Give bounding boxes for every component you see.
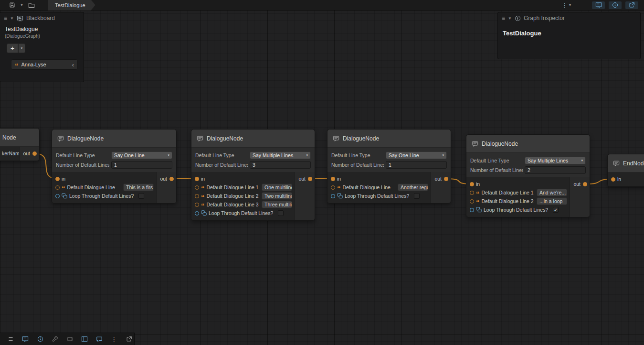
field-default-dialogue-line-1[interactable]: And we're...: [537, 189, 567, 196]
toolbar-menu-button[interactable]: ⋮ ▾: [562, 2, 571, 9]
field-default-dialogue-line-3[interactable]: Three multiline: [262, 201, 292, 208]
node-title[interactable]: DialogueNode: [52, 129, 176, 148]
port-in[interactable]: [331, 177, 335, 181]
port-out[interactable]: [583, 182, 587, 186]
collapse-icon[interactable]: ▼: [10, 16, 14, 21]
chevron-left-icon[interactable]: ‹: [72, 61, 74, 68]
output-ports: out: [156, 172, 176, 203]
port-in[interactable]: [55, 177, 60, 181]
blackboard-button[interactable]: [20, 334, 31, 344]
node-dlg1[interactable]: DialogueNodeDefault Line TypeSay One Lin…: [52, 129, 177, 204]
node-title[interactable]: EndNode: [608, 154, 644, 172]
port-in[interactable]: [611, 177, 615, 182]
fullscreen-button[interactable]: [625, 1, 638, 9]
port-row-in: in: [55, 175, 156, 183]
frame-button[interactable]: [64, 334, 75, 344]
node-title[interactable]: Node: [0, 129, 39, 147]
property-label-number-of-default-lines: Number of Default Lines: [56, 162, 109, 168]
panels-button[interactable]: [79, 334, 90, 344]
node-dlg3[interactable]: DialogueNodeDefault Line TypeSay One Lin…: [327, 129, 451, 204]
port-default-dialogue-line[interactable]: [55, 185, 60, 190]
port-in[interactable]: [470, 182, 474, 186]
port-default-dialogue-line-1[interactable]: [470, 191, 474, 195]
field-number-of-default-lines[interactable]: 3: [250, 161, 311, 169]
wrench-button[interactable]: [49, 334, 61, 344]
hamburger-icon[interactable]: ≡: [4, 15, 7, 22]
port-loop-through-default-lines[interactable]: [195, 211, 199, 216]
checkbox-loop-through-default-lines[interactable]: [414, 193, 420, 199]
caret-down-button[interactable]: ▾: [20, 1, 24, 10]
node-title-label: DialogueNode: [482, 140, 518, 147]
blackboard-field-anna-lyse[interactable]: “ Anna-Lyse ‹: [11, 59, 78, 70]
field-number-of-default-lines[interactable]: 1: [386, 161, 447, 169]
checkbox-loop-through-default-lines[interactable]: [278, 210, 284, 216]
wrench-icon: [52, 336, 58, 342]
external-button[interactable]: [123, 334, 135, 344]
dialogue-button[interactable]: [94, 334, 105, 344]
field-default-dialogue-line[interactable]: This is a first: [123, 183, 154, 191]
field-default-dialogue-line-2[interactable]: Two multiline: [262, 192, 292, 200]
node-end[interactable]: EndNodein: [607, 154, 644, 187]
port-row-default-dialogue-line-2: “Default Dialogue Line 2Two multiline: [195, 192, 295, 200]
list-button[interactable]: [5, 334, 16, 344]
blackboard-toggle-button[interactable]: [592, 1, 605, 9]
field-number-of-default-lines[interactable]: 1: [111, 161, 172, 169]
dropdown-default-line-type[interactable]: Say One Line▾: [111, 151, 172, 159]
port-out[interactable]: [444, 177, 448, 181]
input-ports: in“Default Dialogue LineAnother reguLoop…: [327, 172, 431, 203]
property-label-default-line-type: Default Line Type: [56, 152, 109, 158]
port-default-dialogue-line[interactable]: [331, 185, 335, 190]
field-default-dialogue-line[interactable]: Another regu: [398, 183, 428, 191]
property-label-default-line-type: Default Line Type: [331, 152, 384, 158]
save-button[interactable]: [8, 1, 16, 10]
kebab-button[interactable]: ⋮: [108, 334, 120, 344]
add-property-dropdown[interactable]: ▾: [18, 43, 25, 53]
port-loop-through-default-lines[interactable]: [55, 194, 60, 198]
hamburger-icon[interactable]: ≡: [502, 15, 505, 22]
dropdown-default-line-type[interactable]: Say One Line▾: [386, 151, 447, 159]
port-loop-through-default-lines[interactable]: [470, 208, 474, 212]
dropdown-default-line-type[interactable]: Say Multiple Lines▾: [250, 151, 311, 159]
port-in[interactable]: [195, 177, 199, 181]
dialogue-icon: [96, 336, 103, 342]
graph-tab-label: TestDialogue: [55, 2, 85, 8]
field-default-dialogue-line-2[interactable]: ...in a loop: [537, 197, 567, 205]
output-ports: out: [19, 147, 39, 161]
port-default-dialogue-line-3[interactable]: [195, 203, 199, 207]
node-dlg2[interactable]: DialogueNodeDefault Line TypeSay Multipl…: [191, 129, 315, 221]
graph-tab[interactable]: TestDialogue: [48, 0, 95, 11]
port-default-dialogue-line-2[interactable]: [195, 194, 199, 198]
add-property-button[interactable]: +: [7, 43, 18, 53]
quote-icon: “: [476, 201, 480, 205]
port-label: Default Dialogue Line: [343, 184, 396, 190]
inspector-button[interactable]: [34, 334, 46, 344]
port-loop-through-default-lines[interactable]: [331, 194, 335, 198]
port-default-dialogue-line-2[interactable]: [470, 199, 474, 204]
input-ports: in“Default Dialogue Line 1One multiline“…: [191, 172, 295, 220]
checkbox-loop-through-default-lines[interactable]: [138, 193, 144, 199]
port-row-default-dialogue-line-3: “Default Dialogue Line 3Three multiline: [195, 201, 295, 208]
folder-button[interactable]: [27, 1, 36, 10]
port-out[interactable]: [169, 177, 174, 181]
blackboard-panel: ≡ ▼ Blackboard TestDialogue (DialogueGra…: [0, 12, 84, 82]
node-speaker[interactable]: NodekerNameout: [0, 128, 40, 161]
node-title-label: DialogueNode: [67, 135, 104, 142]
quote-icon: “: [201, 204, 205, 208]
inspector-toggle-button[interactable]: [609, 1, 622, 9]
checkbox-loop-through-default-lines[interactable]: ✓: [553, 207, 559, 213]
port-out[interactable]: [32, 151, 37, 156]
field-number-of-default-lines[interactable]: 2: [525, 166, 586, 174]
inspector-selection: TestDialogue: [503, 30, 635, 37]
port-default-dialogue-line-1[interactable]: [195, 185, 199, 190]
port-out[interactable]: [308, 177, 312, 181]
property-row: Default Line TypeSay One Line▾: [331, 151, 447, 159]
field-default-dialogue-line-1[interactable]: One multiline: [262, 183, 292, 191]
node-dlg4[interactable]: DialogueNodeDefault Line TypeSay Multipl…: [466, 134, 590, 217]
dropdown-default-line-type[interactable]: Say Multiple Lines▾: [525, 157, 586, 164]
collapse-icon[interactable]: ▼: [508, 16, 512, 21]
node-title[interactable]: DialogueNode: [191, 129, 315, 148]
node-title[interactable]: DialogueNode: [466, 135, 590, 153]
quote-icon: “: [201, 187, 205, 191]
node-title[interactable]: DialogueNode: [327, 129, 451, 148]
input-ports: kerName: [0, 147, 19, 161]
